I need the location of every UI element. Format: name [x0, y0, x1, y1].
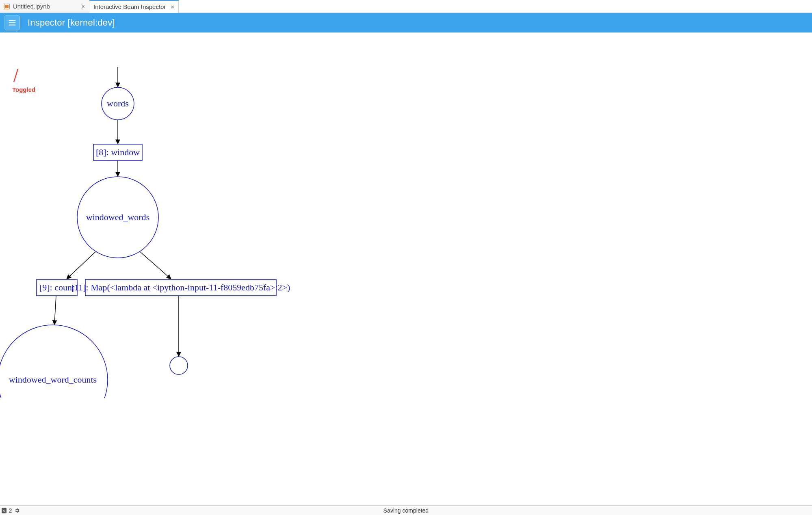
svg-point-10: [170, 357, 188, 374]
status-chip: s: [2, 508, 6, 513]
svg-point-9: [0, 325, 108, 398]
graph-node-label: [8]: window: [96, 147, 140, 157]
status-count: 2: [9, 507, 12, 514]
graph-edge: [67, 252, 95, 279]
graph-node-windowed_words[interactable]: windowed_words: [77, 177, 158, 258]
status-message: Saving completed: [383, 507, 429, 514]
graph-node-small[interactable]: [170, 357, 188, 374]
graph-node-words[interactable]: words: [102, 87, 134, 120]
graph-node-label: windowed_words: [86, 212, 149, 222]
graph-node-label: [9]: count: [39, 282, 74, 292]
graph-node-label: windowed_word_counts: [9, 374, 97, 385]
svg-rect-0: [9, 20, 16, 21]
graph-node-map[interactable]: [11]: Map(<lambda at <ipython-input-11-f…: [71, 279, 290, 296]
tab-inspector[interactable]: Interactive Beam Inspector ×: [89, 0, 179, 13]
graph-node-label: [11]: Map(<lambda at <ipython-input-11-f…: [71, 282, 290, 292]
toolbar-title: Inspector [kernel:dev]: [28, 17, 115, 28]
notebook-icon: [4, 4, 10, 9]
menu-icon: [8, 18, 17, 27]
status-bar: s 2 Saving completed: [0, 505, 812, 515]
close-icon[interactable]: ×: [167, 4, 174, 10]
graph-node-wwcounts[interactable]: windowed_word_counts: [0, 325, 108, 398]
hamburger-button[interactable]: [4, 15, 20, 31]
graph-node-window[interactable]: [8]: window: [93, 144, 142, 160]
graph-canvas[interactable]: Toggled words[8]: windowwindowed_words[9…: [0, 32, 812, 505]
status-left: s 2: [0, 507, 20, 514]
tab-untitled[interactable]: Untitled.ipynb ×: [0, 0, 89, 13]
tab-label: Untitled.ipynb: [13, 3, 50, 10]
inspector-toolbar: Inspector [kernel:dev]: [0, 13, 812, 32]
svg-rect-2: [9, 25, 16, 26]
tab-label: Interactive Beam Inspector: [93, 3, 166, 10]
svg-rect-1: [9, 22, 16, 23]
tab-strip: Untitled.ipynb × Interactive Beam Inspec…: [0, 0, 812, 13]
settings-icon[interactable]: [14, 508, 20, 513]
close-icon[interactable]: ×: [77, 3, 85, 9]
graph-node-label: words: [107, 98, 129, 108]
graph-edge: [140, 252, 171, 279]
graph-edge: [54, 296, 56, 324]
pipeline-graph: words[8]: windowwindowed_words[9]: count…: [0, 32, 812, 505]
